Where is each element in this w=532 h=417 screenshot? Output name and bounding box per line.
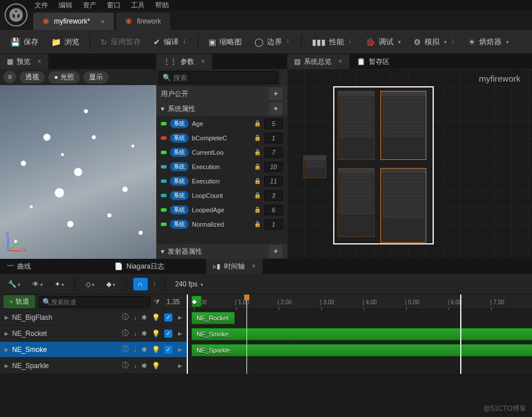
save-button[interactable]: 💾保存 [6,35,43,49]
preview-tab[interactable]: ▦预览× [0,54,48,69]
timeline-clip[interactable]: NE_Sparkle [191,344,532,357]
params-search-input[interactable] [174,74,274,82]
light-icon[interactable]: 💡 [152,313,160,322]
light-icon[interactable]: 💡 [152,330,160,338]
param-row[interactable]: 系统LoopedAge🔒6 [156,202,287,217]
bake-button[interactable]: ☀烘焙器▾ [464,35,514,49]
menu-button[interactable]: ≡ [3,71,16,83]
track-search[interactable]: 🔍 [38,296,151,308]
scrollbar[interactable] [280,69,287,86]
track-row[interactable]: ▶NE_BigFlashⓘ↓✱💡✓▶ [0,309,187,326]
options-icon[interactable]: ▶ [178,363,182,369]
key-button[interactable]: ◇▾ [82,278,98,290]
playhead[interactable] [246,294,247,374]
burst-icon[interactable]: ✱ [141,346,147,354]
emitter-node[interactable] [338,168,375,237]
snap-toggle[interactable]: ∩ [133,278,148,290]
close-icon[interactable]: × [338,58,342,66]
chevron-down-icon[interactable]: ▾ [506,39,509,45]
chevron-down-icon[interactable]: ⠇ [183,39,187,45]
expand-icon[interactable]: ▶ [5,347,9,353]
system-attr-group[interactable]: ▾系统属性+ [156,101,287,116]
param-row[interactable]: 系统LoopCount🔒3 [156,188,287,202]
track-row[interactable]: ▶NE_Rocketⓘ↓✱💡✓▶ [0,326,187,342]
show-button[interactable]: 显示 [83,71,109,83]
param-row[interactable]: 系统bCompleteC🔒1 [156,131,287,145]
timeline-clip[interactable]: ◆ [191,296,202,307]
debug-button[interactable]: 🐞调试▾ [361,35,406,49]
fx-button[interactable]: ✦▾ [51,278,68,290]
timeline-canvas[interactable]: | 0.00| 1.00| 2.00| 3.00| 4.00| 5.00| 6.… [187,294,532,374]
menu-tool[interactable]: 工具 [131,1,145,10]
bounds-button[interactable]: ◯边界⠇ [250,35,295,49]
compile-button[interactable]: ✔编译⠇ [149,35,192,49]
light-button[interactable]: ● 光照 [48,71,80,83]
fps-selector[interactable]: 240 fps ▾ [172,278,207,290]
chevron-down-icon[interactable]: ▾ [444,39,447,45]
chevron-down-icon[interactable]: ⠇ [287,39,291,45]
param-row[interactable]: 系统Execution🔒11 [156,174,287,188]
close-icon[interactable]: × [101,17,105,26]
expand-icon[interactable]: ▶ [5,331,9,336]
menu-edit[interactable]: 编辑 [59,1,72,10]
solo-icon[interactable]: ↓ [133,330,137,338]
burst-icon[interactable]: ✱ [141,330,147,338]
emitter-node[interactable] [380,91,426,160]
add-button[interactable]: + [269,87,283,100]
chevron-down-icon[interactable]: ⠇ [349,39,353,45]
options-icon[interactable]: ▶ [178,347,182,353]
user-public-group[interactable]: 用户公开+ [156,86,287,101]
light-icon[interactable]: 💡 [152,346,160,354]
emitter-node[interactable] [338,91,375,160]
params-search[interactable]: 🔍 [159,71,278,84]
add-track-button[interactable]: +轨道 [3,295,35,308]
track-row[interactable]: ▶NE_Smokeⓘ↓✱💡✓▶ [0,342,187,358]
browse-button[interactable]: 📁浏览 [47,35,84,49]
info-icon[interactable]: ⓘ [122,345,129,354]
menu-file[interactable]: 文件 [34,1,48,10]
solo-icon[interactable]: ↓ [133,346,137,354]
overview-tab[interactable]: ▤系统总览× [287,54,349,69]
menu-help[interactable]: 帮助 [155,1,169,10]
track-search-input[interactable] [51,299,147,305]
filter-icon[interactable]: ⧩ [154,298,160,306]
close-icon[interactable]: × [201,58,205,66]
overview-canvas[interactable]: myfirework [287,69,532,259]
enabled-checkbox[interactable]: ✓ [164,313,172,322]
viewport[interactable]: Z Y X [0,85,156,259]
emitter-attr-group[interactable]: ▾发射器属性+ [156,244,287,259]
options-icon[interactable]: ▶ [178,315,182,320]
expand-icon[interactable]: ▶ [5,315,9,320]
eye-button[interactable]: 👁▾ [29,278,47,290]
options-icon[interactable]: ▶ [178,331,182,336]
burst-icon[interactable]: ✱ [141,313,147,322]
thumbnail-button[interactable]: ▣缩略图 [204,35,246,49]
info-icon[interactable]: ⓘ [122,328,129,338]
track-row[interactable]: ▶NE_Sparkleⓘ↓✱💡▶ [0,358,187,374]
timeline-tab[interactable]: ▹▮时间轴× [206,259,263,274]
apply-stash-button[interactable]: ↻应用暂存 [96,35,145,49]
wrench-button[interactable]: 🔧▾ [5,278,24,290]
scratch-tab[interactable]: 📋暂存区 [350,54,396,69]
emitter-node[interactable] [380,168,426,243]
param-row[interactable]: 系统Normalized🔒1 [156,217,287,231]
add-button[interactable]: + [269,102,283,115]
log-tab[interactable]: 📄Niagara日志 [107,259,171,274]
sim-button[interactable]: ⚙模拟▾⠇ [409,35,460,49]
param-row[interactable]: 系统Execution🔒10 [156,159,287,174]
close-icon[interactable]: × [37,58,41,66]
time-ruler[interactable]: | 0.00| 1.00| 2.00| 3.00| 4.00| 5.00| 6.… [187,294,532,309]
info-icon[interactable]: ⓘ [122,361,129,370]
solo-icon[interactable]: ↓ [133,313,137,322]
curves-tab[interactable]: 〰曲线 [0,259,38,274]
add-button[interactable]: + [269,245,283,258]
params-tab[interactable]: ⋮⋮参数× [156,54,212,69]
param-row[interactable]: 系统Age🔒5 [156,116,287,131]
burst-icon[interactable]: ✱ [141,362,147,370]
light-icon[interactable]: 💡 [152,362,160,370]
file-tab-myfirework[interactable]: ❋ myfirework* × [33,13,114,30]
menu-asset[interactable]: 资产 [83,1,97,10]
close-icon[interactable]: × [252,262,256,270]
perf-button[interactable]: ▮▮▮性能⠇ [307,35,357,49]
persp-button[interactable]: 透视 [20,71,45,83]
